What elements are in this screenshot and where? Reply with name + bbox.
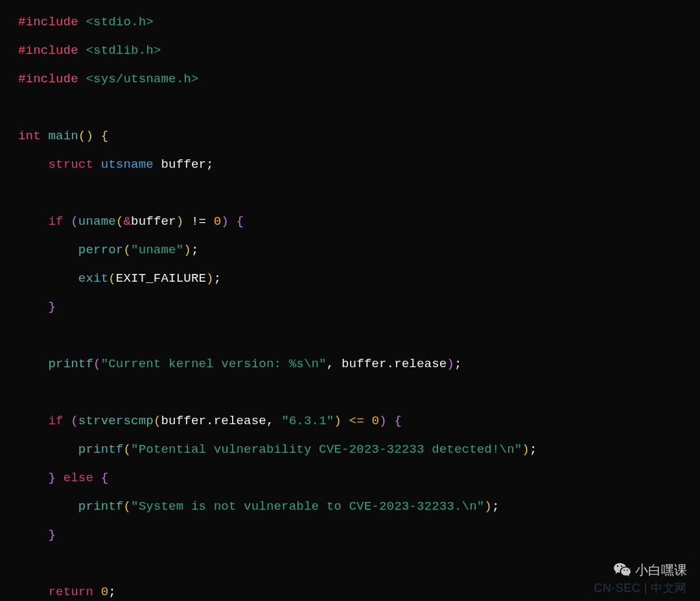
code-token: (	[154, 414, 161, 428]
code-token	[18, 157, 48, 172]
code-token: {	[101, 129, 109, 143]
code-token: "uname"	[131, 243, 183, 257]
code-token: )	[447, 357, 454, 371]
code-token	[342, 414, 349, 428]
code-token: )	[379, 414, 387, 428]
code-token: {	[237, 214, 244, 229]
code-token: )	[176, 214, 184, 229]
code-token: printf	[78, 499, 124, 514]
code-token: (	[108, 271, 116, 286]
code-token: exit	[78, 271, 108, 286]
code-token	[18, 528, 48, 542]
code-token: }	[48, 300, 56, 314]
code-token: <=	[349, 414, 364, 428]
code-token	[78, 43, 86, 58]
code-token: &	[123, 214, 131, 229]
code-token	[93, 129, 101, 143]
code-token	[18, 471, 48, 485]
code-token: #include	[18, 15, 78, 29]
code-token: )	[221, 214, 229, 229]
code-token: utsname	[101, 157, 154, 172]
code-token: return	[48, 585, 93, 599]
code-token: else	[64, 471, 93, 485]
code-token: <sys/utsname.h>	[86, 72, 198, 86]
code-token: 0	[214, 214, 222, 229]
code-token	[18, 414, 48, 428]
code-token: "Current kernel version: %s\n"	[101, 357, 327, 371]
code-token: ;	[191, 243, 199, 257]
code-token: , buffer.release	[327, 357, 447, 371]
code-token: #include	[18, 72, 78, 86]
code-token: (	[71, 214, 78, 229]
code-token	[18, 499, 78, 514]
code-token: uname	[78, 214, 116, 229]
code-token: strverscmp	[78, 414, 154, 428]
code-token	[18, 357, 48, 371]
code-token: (	[71, 414, 78, 428]
code-token: }	[48, 471, 56, 485]
code-token: ;	[492, 499, 500, 514]
code-token	[18, 243, 78, 257]
code-token: ;	[214, 271, 222, 286]
code-block: #include <stdio.h> #include <stdlib.h> #…	[0, 0, 700, 601]
code-token: !=	[183, 214, 213, 229]
code-token: (	[123, 499, 131, 514]
code-token: )	[334, 414, 342, 428]
code-token: main	[48, 129, 78, 143]
code-token: ;	[108, 585, 116, 599]
code-token	[18, 214, 48, 229]
code-token: }	[48, 528, 56, 542]
code-token	[229, 214, 237, 229]
code-token	[93, 157, 101, 172]
code-token	[56, 471, 64, 485]
code-token: buffer.release,	[161, 414, 282, 428]
code-token	[64, 414, 71, 428]
code-token	[64, 214, 71, 229]
code-token: <stdio.h>	[86, 15, 153, 29]
code-token: struct	[48, 157, 93, 172]
code-token: buffer	[131, 214, 176, 229]
code-token: ()	[78, 129, 93, 143]
code-token: buffer;	[154, 157, 214, 172]
code-token	[41, 129, 49, 143]
code-token: perror	[78, 243, 124, 257]
code-token: {	[394, 414, 402, 428]
code-token: if	[48, 214, 63, 229]
code-token	[18, 271, 78, 286]
code-token: "Potential vulnerability CVE-2023-32233 …	[131, 442, 522, 457]
code-token: (	[123, 442, 131, 457]
code-token	[387, 414, 395, 428]
code-token: (	[116, 214, 124, 229]
code-token: )	[206, 271, 214, 286]
code-token: ;	[530, 442, 537, 457]
code-token	[78, 15, 86, 29]
code-token	[78, 72, 86, 86]
code-token: ;	[454, 357, 462, 371]
code-token	[93, 471, 101, 485]
code-token	[18, 442, 78, 457]
code-token: "6.3.1"	[281, 414, 334, 428]
code-token: )	[183, 243, 191, 257]
code-token: #include	[18, 43, 78, 58]
code-token: EXIT_FAILURE	[116, 271, 206, 286]
code-token: if	[48, 414, 63, 428]
code-token: 0	[371, 414, 379, 428]
code-token: (	[93, 357, 101, 371]
code-token	[364, 414, 372, 428]
code-token: int	[18, 129, 41, 143]
code-token: printf	[78, 442, 124, 457]
code-token	[18, 585, 48, 599]
code-token: 0	[101, 585, 109, 599]
code-token	[93, 585, 101, 599]
code-token: )	[522, 442, 530, 457]
code-token	[18, 300, 48, 314]
code-token: <stdlib.h>	[86, 43, 161, 58]
code-token: (	[123, 243, 131, 257]
code-token: "System is not vulnerable to CVE-2023-32…	[131, 499, 484, 514]
code-token: {	[101, 471, 109, 485]
code-token: )	[484, 499, 492, 514]
code-token: printf	[48, 357, 93, 371]
